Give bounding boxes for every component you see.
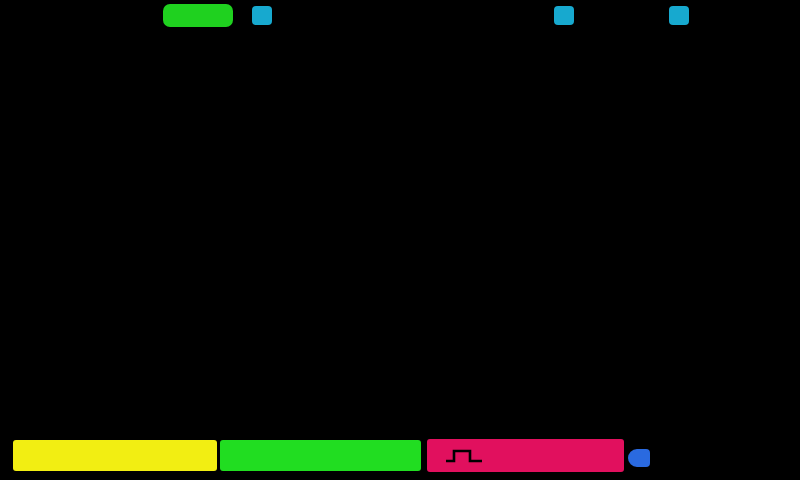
generator-readout (445, 448, 618, 463)
acquisition-mode-badge[interactable] (163, 4, 233, 27)
horizontal-badge-icon[interactable] (252, 6, 272, 25)
generator-status-box[interactable] (427, 439, 624, 472)
delay-badge-icon[interactable] (554, 6, 574, 25)
channel1-status-box[interactable] (13, 440, 217, 471)
trigger-badge-icon[interactable] (669, 6, 689, 25)
bottom-status-bar (0, 433, 800, 480)
top-status-bar (0, 0, 800, 30)
square-wave-icon (445, 448, 485, 463)
channel2-status-box[interactable] (220, 440, 421, 471)
usb-device-indicator (628, 449, 651, 467)
oscilloscope-screen (0, 0, 800, 480)
usb-icon (628, 449, 650, 467)
waveform-display (0, 0, 800, 480)
